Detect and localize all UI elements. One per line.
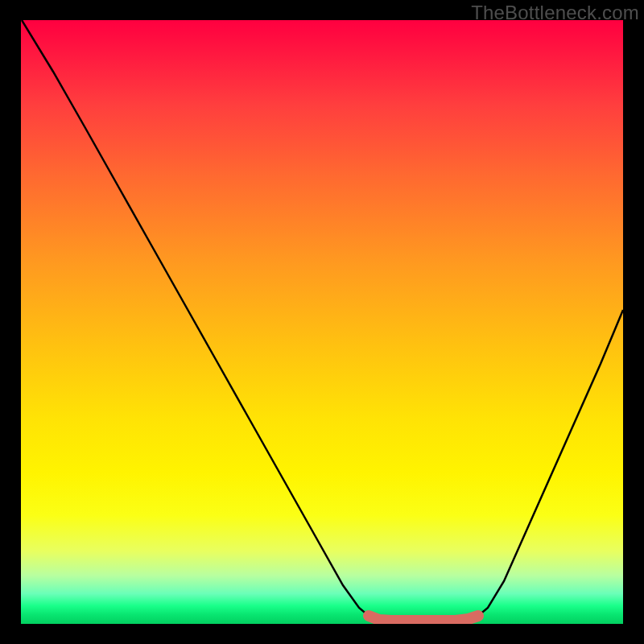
series-curve [22,20,623,621]
chart-frame [21,20,623,624]
plot-layer [21,20,623,624]
watermark-text: TheBottleneck.com [471,2,639,24]
series-valley-highlight [369,616,478,621]
